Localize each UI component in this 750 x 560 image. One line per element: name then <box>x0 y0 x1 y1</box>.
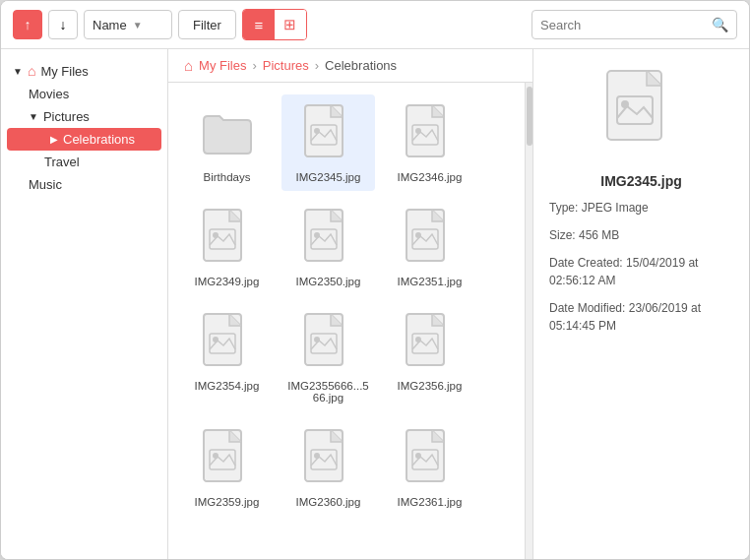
breadcrumb-pictures[interactable]: Pictures <box>263 58 309 73</box>
content-area: ⌂ My Files › Pictures › Celebrations Bir… <box>168 49 532 559</box>
svg-point-11 <box>314 232 320 238</box>
search-input[interactable] <box>540 18 706 32</box>
folder-icon <box>198 102 257 165</box>
file-name: IMG2359.jpg <box>195 496 260 508</box>
info-preview <box>549 69 733 157</box>
svg-point-23 <box>415 337 421 342</box>
search-icon: 🔍 <box>712 17 728 32</box>
file-name: IMG2360.jpg <box>296 496 361 508</box>
breadcrumb-myfiles[interactable]: My Files <box>199 58 246 73</box>
file-name: IMG2345.jpg <box>296 171 361 183</box>
file-item-birthdays[interactable]: Birthdays <box>180 94 274 191</box>
file-item-img2354[interactable]: IMG2354.jpg <box>180 303 274 411</box>
file-grid: Birthdays IMG2345.jpg IMG2346.jpg IMG234… <box>168 83 525 559</box>
file-name: Birthdays <box>204 171 251 183</box>
sort-up-button[interactable]: ↑ <box>13 10 42 39</box>
sidebar-item-music[interactable]: Music <box>1 173 167 196</box>
file-item-img2351[interactable]: IMG2351.jpg <box>383 199 476 295</box>
image-file-icon <box>198 427 257 490</box>
breadcrumb-sep2: › <box>315 58 319 73</box>
breadcrumb-sep: › <box>252 58 256 73</box>
file-name: IMG2356.jpg <box>398 380 463 392</box>
app-window: ↑ ↓ Name ▼ Filter ≡ ⊞ 🔍 ▼ ⌂ My Files <box>0 0 750 560</box>
file-name: IMG2350.jpg <box>296 276 361 287</box>
svg-point-5 <box>415 128 421 134</box>
breadcrumb: ⌂ My Files › Pictures › Celebrations <box>168 49 532 83</box>
scroll-thumb[interactable] <box>527 87 532 146</box>
file-item-img2356[interactable]: IMG2356.jpg <box>383 303 476 411</box>
info-type: Type: JPEG Image <box>549 199 733 217</box>
svg-point-14 <box>415 232 421 238</box>
info-filename: IMG2345.jpg <box>549 173 733 189</box>
sidebar-item-travel[interactable]: Travel <box>1 151 167 173</box>
file-item-img2346[interactable]: IMG2346.jpg <box>383 94 476 191</box>
file-item-img2349[interactable]: IMG2349.jpg <box>180 199 274 295</box>
sort-down-button[interactable]: ↓ <box>48 10 78 39</box>
image-file-icon <box>198 207 257 270</box>
image-file-icon <box>299 207 358 270</box>
list-icon: ≡ <box>255 17 264 33</box>
sidebar-item-label: Celebrations <box>63 132 135 147</box>
home-icon: ⌂ <box>28 63 35 79</box>
image-file-icon <box>299 427 358 490</box>
breadcrumb-celebrations: Celebrations <box>325 58 397 73</box>
svg-point-32 <box>415 453 421 459</box>
svg-point-17 <box>213 337 219 342</box>
image-file-icon <box>299 311 358 374</box>
file-item-img2355666[interactable]: IMG2355666...566.jpg <box>281 303 375 411</box>
info-preview-icon <box>602 69 681 157</box>
sidebar-item-label: Travel <box>44 155 80 169</box>
sidebar-item-myfiles[interactable]: ▼ ⌂ My Files <box>1 59 167 83</box>
breadcrumb-home-icon: ⌂ <box>184 57 193 74</box>
image-file-icon <box>198 311 257 374</box>
svg-point-8 <box>213 232 219 238</box>
svg-point-20 <box>314 337 320 342</box>
grid-icon: ⊞ <box>283 16 296 33</box>
file-item-img2361[interactable]: IMG2361.jpg <box>383 419 476 516</box>
sort-dropdown[interactable]: Name ▼ <box>84 10 172 39</box>
chevron-down-icon: ▼ <box>29 111 38 122</box>
sidebar-item-celebrations[interactable]: ▶ Celebrations <box>7 128 161 151</box>
file-name: IMG2351.jpg <box>398 276 463 287</box>
file-item-img2350[interactable]: IMG2350.jpg <box>281 199 375 295</box>
image-file-icon <box>401 102 460 165</box>
file-name: IMG2349.jpg <box>195 276 260 287</box>
info-created: Date Created: 15/04/2019 at 02:56:12 AM <box>549 254 733 289</box>
view-toggle: ≡ ⊞ <box>242 9 307 40</box>
sort-label: Name <box>93 18 127 32</box>
sidebar-item-label: Music <box>29 177 62 192</box>
main-layout: ▼ ⌂ My Files Movies ▼ Pictures ▶ Celebra… <box>1 49 749 559</box>
chevron-down-icon: ▼ <box>133 20 163 31</box>
image-file-icon <box>401 311 460 374</box>
sidebar-item-pictures[interactable]: ▼ Pictures <box>1 105 167 128</box>
sidebar-item-label: My Files <box>40 64 88 79</box>
file-name: IMG2346.jpg <box>398 171 463 183</box>
svg-point-29 <box>314 453 320 459</box>
svg-point-2 <box>314 128 320 134</box>
file-name: IMG2355666...566.jpg <box>285 380 371 404</box>
toolbar: ↑ ↓ Name ▼ Filter ≡ ⊞ 🔍 <box>1 1 749 49</box>
file-item-img2359[interactable]: IMG2359.jpg <box>180 419 274 516</box>
svg-point-26 <box>213 453 219 459</box>
scrollbar[interactable] <box>525 83 532 559</box>
sidebar-item-movies[interactable]: Movies <box>1 83 167 105</box>
search-box: 🔍 <box>531 10 737 39</box>
file-item-img2360[interactable]: IMG2360.jpg <box>281 419 375 516</box>
info-size: Size: 456 MB <box>549 226 733 244</box>
image-file-icon <box>299 102 358 165</box>
sidebar: ▼ ⌂ My Files Movies ▼ Pictures ▶ Celebra… <box>1 49 168 559</box>
file-item-img2345[interactable]: IMG2345.jpg <box>281 94 375 191</box>
list-view-button[interactable]: ≡ <box>243 10 275 39</box>
file-name: IMG2361.jpg <box>398 496 463 508</box>
info-panel: IMG2345.jpg Type: JPEG Image Size: 456 M… <box>532 49 749 559</box>
grid-view-button[interactable]: ⊞ <box>275 10 306 39</box>
image-file-icon <box>401 207 460 270</box>
chevron-down-icon: ▼ <box>13 66 23 77</box>
image-file-icon <box>401 427 460 490</box>
filter-button[interactable]: Filter <box>178 10 236 39</box>
info-modified: Date Modified: 23/06/2019 at 05:14:45 PM <box>549 299 733 335</box>
chevron-right-icon: ▶ <box>50 134 58 145</box>
file-name: IMG2354.jpg <box>195 380 260 392</box>
sidebar-item-label: Movies <box>29 87 69 101</box>
sidebar-item-label: Pictures <box>43 109 90 124</box>
